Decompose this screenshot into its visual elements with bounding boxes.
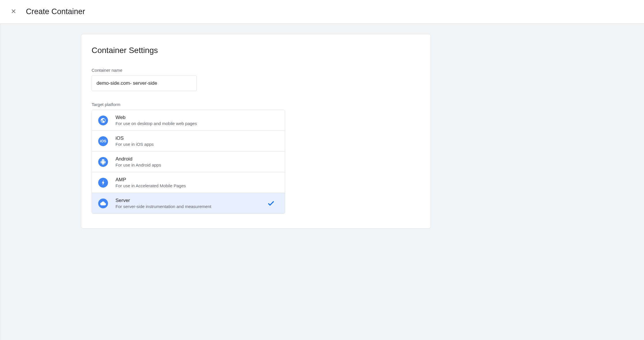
platform-name: Server	[115, 198, 267, 203]
platform-text: Web For use on desktop and mobile web pa…	[115, 115, 279, 126]
modal-header: Create Container	[0, 0, 644, 24]
platform-description: For use on desktop and mobile web pages	[115, 121, 279, 126]
content-area: Container Settings Container name Target…	[0, 24, 644, 340]
globe-icon	[98, 116, 108, 125]
platform-description: For use in Accelerated Mobile Pages	[115, 183, 279, 188]
card-title: Container Settings	[92, 46, 420, 55]
platform-option-web[interactable]: Web For use on desktop and mobile web pa…	[92, 110, 285, 131]
platform-text: Android For use in Android apps	[115, 156, 279, 167]
platform-description: For server-side instrumentation and meas…	[115, 204, 267, 209]
platform-text: Server For server-side instrumentation a…	[115, 198, 267, 209]
platform-option-ios[interactable]: iOS iOS For use in iOS apps	[92, 131, 285, 152]
platform-name: Android	[115, 156, 279, 162]
bolt-icon	[98, 178, 108, 188]
container-name-label: Container name	[92, 68, 420, 73]
target-platform-label: Target platform	[92, 102, 420, 107]
settings-card: Container Settings Container name Target…	[81, 34, 431, 228]
platform-name: AMP	[115, 177, 279, 183]
platform-name: Web	[115, 115, 279, 120]
platform-option-android[interactable]: Android For use in Android apps	[92, 152, 285, 172]
cloud-icon	[98, 199, 108, 208]
platform-option-amp[interactable]: AMP For use in Accelerated Mobile Pages	[92, 172, 285, 193]
platform-option-server[interactable]: Server For server-side instrumentation a…	[92, 193, 285, 214]
modal-title: Create Container	[26, 7, 85, 16]
platform-description: For use in iOS apps	[115, 142, 279, 147]
platform-text: iOS For use in iOS apps	[115, 135, 279, 147]
check-icon	[267, 199, 275, 207]
android-icon	[98, 157, 108, 167]
close-button[interactable]	[8, 6, 19, 18]
platform-text: AMP For use in Accelerated Mobile Pages	[115, 177, 279, 188]
close-icon	[10, 8, 17, 15]
platform-list: Web For use on desktop and mobile web pa…	[92, 110, 285, 214]
ios-icon: iOS	[98, 136, 108, 146]
platform-description: For use in Android apps	[115, 163, 279, 167]
platform-name: iOS	[115, 135, 279, 141]
container-name-input[interactable]	[92, 75, 197, 91]
